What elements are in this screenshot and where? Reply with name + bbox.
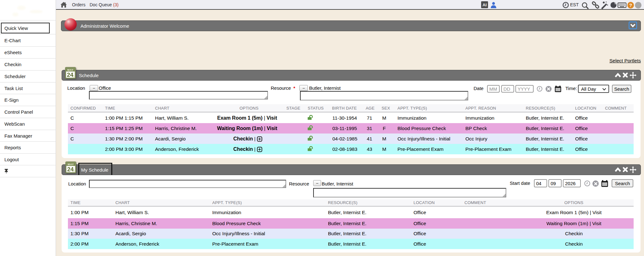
svg-text:MAY: MAY — [67, 68, 74, 71]
svg-text:24: 24 — [67, 166, 74, 173]
svg-text:MAY: MAY — [68, 163, 74, 166]
svg-text:24: 24 — [67, 71, 74, 78]
